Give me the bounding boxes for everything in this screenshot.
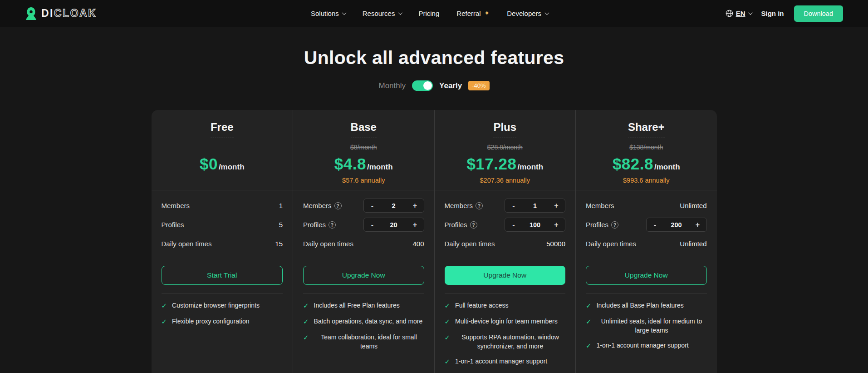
stat-label: Profiles? [586,221,618,229]
plan-price: $82.8 [613,155,653,173]
stat-value: Unlimted [680,202,706,209]
logo[interactable]: DI CLOAK [25,7,97,20]
plan-price-period: /month [654,163,680,172]
feature-list: ✓Includes all Free Plan features✓Batch o… [293,293,434,366]
feature-item: ✓Includes all Base Plan features [586,301,707,311]
feature-text: Batch operations, data sync, and more [314,317,423,327]
cta-upgrade-now[interactable]: Upgrade Now [445,266,566,285]
stepper-plus-button[interactable]: + [689,218,706,231]
help-icon[interactable]: ? [329,221,336,229]
stat-row-members: Members?-1+ [445,199,566,213]
plan-card-share: Share+$138/month$82.8/month$993.6 annual… [575,110,717,373]
stepper-plus-button[interactable]: + [407,218,424,231]
plan-name-wrap: Plus [493,121,516,138]
stat-value: 5 [279,221,283,229]
cta-start-trial[interactable]: Start Trial [162,266,283,285]
nav-item-developers[interactable]: Developers [507,10,548,17]
stat-row-daily-open-times: Daily open times400 [303,237,424,251]
original-price [152,144,293,153]
original-price: $8/month [293,144,434,153]
check-icon: ✓ [303,317,309,327]
check-icon: ✓ [162,317,167,327]
language-code[interactable]: EN [736,10,745,17]
feature-text: Supports RPA automation, window synchron… [455,333,565,351]
cta-upgrade-now[interactable]: Upgrade Now [586,266,707,285]
stat-label: Profiles [162,221,184,229]
nav-item-referral[interactable]: Referral✦ [456,10,490,17]
feature-item: ✓Supports RPA automation, window synchro… [445,333,566,351]
plan-price: $17.28 [466,155,516,173]
stepper-plus-button[interactable]: + [548,218,565,231]
pricing-section: Unlock all advanced features Monthly Yea… [0,47,868,373]
feature-item: ✓Full feature access [445,301,566,311]
discount-badge: -40% [468,81,489,90]
cta-upgrade-now[interactable]: Upgrade Now [303,266,424,285]
stat-label-text: Daily open times [586,240,636,248]
logo-text-solid: DI [41,7,54,20]
billing-yearly-label[interactable]: Yearly [439,81,462,90]
stepper-members: -2+ [363,199,424,213]
stat-value: 15 [275,240,283,248]
stat-label-text: Members [445,202,473,209]
help-icon[interactable]: ? [334,202,342,209]
check-icon: ✓ [445,357,451,367]
plan-header: Share+$138/month$82.8/month$993.6 annual… [576,110,717,190]
billing-toggle-row: Monthly Yearly -40% [0,80,868,91]
stepper-value: 200 [664,221,689,229]
nav-item-label: Resources [363,10,395,17]
plan-name: Share+ [628,121,665,134]
download-button[interactable]: Download [794,5,843,22]
check-icon: ✓ [586,341,592,351]
toggle-knob [423,81,432,90]
help-icon[interactable]: ? [476,202,483,209]
stat-label: Daily open times [303,240,353,248]
stepper-profiles: -100+ [505,218,565,232]
plan-price: $0 [200,155,218,173]
stepper-minus-button[interactable]: - [364,218,381,231]
nav-item-label: Referral [456,10,481,17]
plan-name: Plus [493,121,516,134]
billing-toggle[interactable] [412,80,433,91]
stepper-minus-button[interactable]: - [647,218,664,231]
stepper-plus-button[interactable]: + [548,199,565,212]
nav-item-label: Pricing [418,10,439,17]
chevron-down-icon [748,10,752,15]
logo-icon [25,7,37,20]
stepper-profiles: -20+ [363,218,424,232]
help-icon[interactable]: ? [470,221,477,229]
stat-row-daily-open-times: Daily open times15 [162,237,283,251]
language-selector[interactable]: EN [726,10,751,17]
check-icon: ✓ [586,301,592,311]
plan-header: Plus$28.8/month$17.28/month$207.36 annua… [435,110,576,190]
nav-item-solutions[interactable]: Solutions [311,10,345,17]
stepper-profiles: -200+ [646,218,707,232]
plan-price-period: /month [517,163,543,172]
feature-list: ✓Customize browser fingerprints✓Flexible… [152,293,293,342]
feature-list: ✓Includes all Base Plan features✓Unlimit… [576,293,717,366]
stat-label-text: Members [586,202,614,209]
stat-label: Profiles? [303,221,336,229]
stepper-plus-button[interactable]: + [407,199,424,212]
annual-price: $207.36 annually [435,177,576,186]
feature-text: 1-on-1 account manager support [455,357,547,367]
annual-price [152,177,293,186]
nav-item-pricing[interactable]: Pricing [418,10,439,17]
help-icon[interactable]: ? [611,221,618,229]
feature-text: Full feature access [455,301,509,311]
plan-stats: MembersUnlimtedProfiles?-200+Daily open … [576,190,717,259]
logo-text-outline: CLOAK [54,7,97,20]
stepper-minus-button[interactable]: - [505,218,522,231]
original-price: $28.8/month [435,144,576,153]
stat-value: 400 [412,240,424,248]
nav-right: EN Sign in Download [726,5,843,22]
stepper-minus-button[interactable]: - [364,199,381,212]
sign-in-link[interactable]: Sign in [761,10,784,17]
stat-value: Unlimted [680,240,706,248]
billing-monthly-label[interactable]: Monthly [379,81,406,90]
stat-row-profiles: Profiles?-20+ [303,218,424,232]
nav-item-label: Developers [507,10,541,17]
nav-item-resources[interactable]: Resources [363,10,402,17]
stepper-minus-button[interactable]: - [505,199,522,212]
chevron-down-icon [544,10,549,15]
stepper-value: 20 [381,221,407,229]
